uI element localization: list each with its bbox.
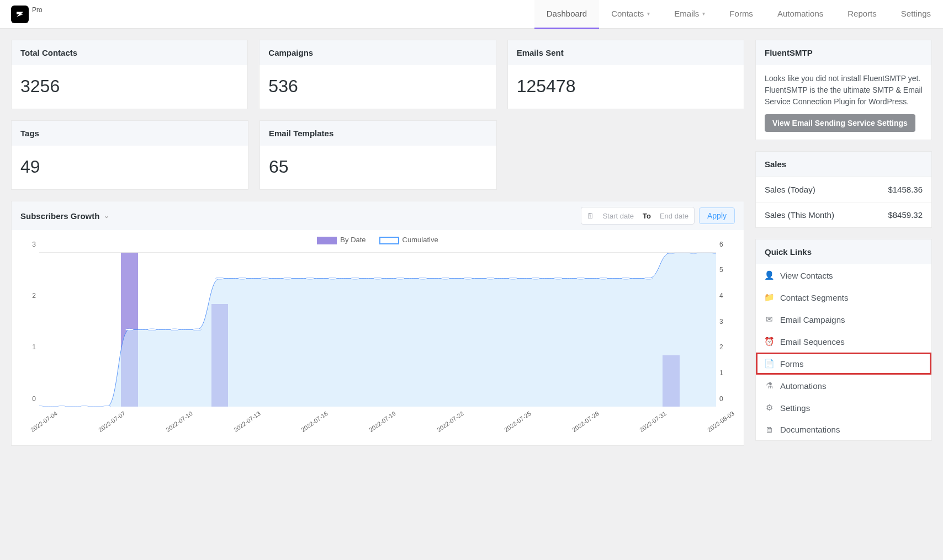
apply-button[interactable]: Apply [699,207,735,224]
stat-email-templates: Email Templates 65 [259,120,497,190]
folder-icon: 📁 [765,292,774,302]
sales-month-value: $8459.32 [888,210,923,220]
stat-tags: Tags 49 [11,120,248,190]
nav-emails[interactable]: Emails▾ [662,0,717,29]
stat-campaigns: Campaigns 536 [259,40,496,109]
sales-today-row: Sales (Today) $1458.36 [756,177,931,202]
gear-icon: ⚙ [765,403,774,413]
sales-today-value: $1458.36 [888,185,923,194]
clock-icon: ⏰ [765,337,774,346]
stat-emails-sent: Emails Sent 125478 [507,40,744,109]
chevron-down-icon: ⌄ [104,212,109,220]
nav-forms[interactable]: Forms [717,0,765,29]
ql-documentations[interactable]: 🗎Documentations [756,419,931,440]
calendar-icon: 🗓 [587,212,594,220]
form-icon: 📄 [765,359,774,369]
ql-view-contacts[interactable]: 👤View Contacts [756,264,931,286]
stat-value: 3256 [12,65,247,109]
stat-value: 49 [12,146,248,189]
stat-label: Email Templates [260,121,496,146]
fluentsmtp-text: Looks like you did not install FluentSMT… [765,73,923,108]
nav-automations[interactable]: Automations [765,0,835,29]
stat-value: 536 [259,65,495,109]
main-nav: Dashboard Contacts▾ Emails▾ Forms Automa… [534,0,943,29]
fluentsmtp-card: FluentSMTP Looks like you did not instal… [755,40,932,140]
date-range-picker[interactable]: 🗓 Start date To End date [581,207,695,225]
panel-title: Quick Links [756,239,931,264]
ql-email-campaigns[interactable]: ✉Email Campaigns [756,308,931,330]
ql-forms[interactable]: 📄Forms [756,353,931,375]
ql-settings[interactable]: ⚙Settings [756,397,931,419]
envelope-icon: ✉ [765,314,774,324]
end-date-placeholder: End date [660,212,688,220]
panel-title: FluentSMTP [756,40,931,65]
document-icon: 🗎 [765,425,774,434]
stat-label: Emails Sent [508,40,744,65]
stat-value: 65 [260,146,496,189]
quick-links-card: Quick Links 👤View Contacts 📁Contact Segm… [755,239,932,441]
user-icon: 👤 [765,270,774,280]
stat-value: 125478 [508,65,744,109]
nav-contacts[interactable]: Contacts▾ [599,0,662,29]
start-date-placeholder: Start date [603,212,634,220]
chart-type-dropdown[interactable]: Subscribers Growth ⌄ [20,211,109,221]
brand-logo-icon [11,6,29,23]
chevron-down-icon: ▾ [702,10,705,17]
view-smtp-settings-button[interactable]: View Email Sending Service Settings [765,114,915,132]
subscribers-growth-chart: Subscribers Growth ⌄ 🗓 Start date To End… [11,201,744,446]
stat-label: Total Contacts [12,40,247,65]
panel-title: Sales [756,152,931,177]
nav-reports[interactable]: Reports [835,0,889,29]
ql-automations[interactable]: ⚗Automations [756,375,931,397]
legend-cumulative[interactable]: Cumulative [379,236,438,244]
nav-settings[interactable]: Settings [889,0,943,29]
brand-pro-badge: Pro [32,6,43,14]
ql-contact-segments[interactable]: 📁Contact Segments [756,286,931,308]
ql-email-sequences[interactable]: ⏰Email Sequences [756,330,931,353]
stat-label: Tags [12,121,248,146]
nav-dashboard[interactable]: Dashboard [534,0,599,29]
stat-label: Campaigns [259,40,495,65]
stat-total-contacts: Total Contacts 3256 [11,40,248,109]
legend-bydate[interactable]: By Date [317,236,365,244]
filter-icon: ⚗ [765,381,774,391]
chevron-down-icon: ▾ [647,10,650,17]
sales-month-row: Sales (This Month) $8459.32 [756,202,931,227]
topbar: Pro Dashboard Contacts▾ Emails▾ Forms Au… [0,0,943,29]
sales-card: Sales Sales (Today) $1458.36 Sales (This… [755,151,932,228]
brand: Pro [0,6,54,23]
chart-legend: By Date Cumulative [12,230,744,247]
